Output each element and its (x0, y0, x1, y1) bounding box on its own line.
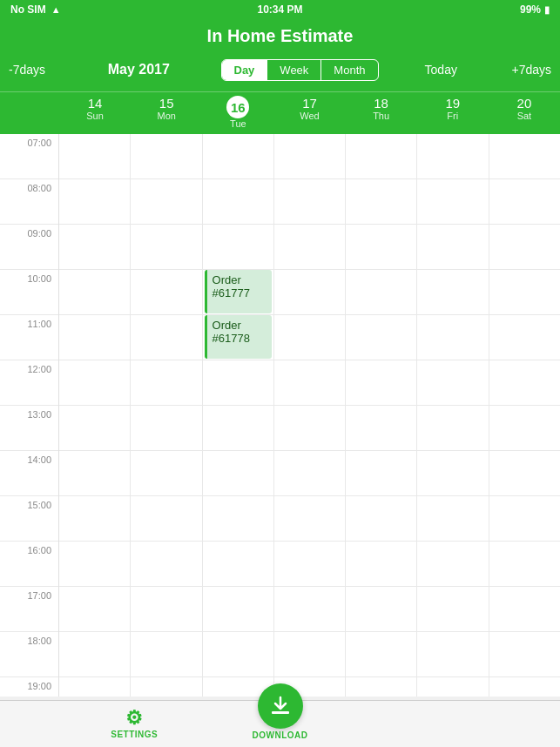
time-label-1400: 14:00 (0, 451, 58, 496)
event-block-1[interactable]: Order #61778 (205, 315, 272, 359)
hour-row (346, 451, 416, 496)
settings-button[interactable]: ⚙ SETTINGS (111, 709, 158, 739)
hour-row (274, 179, 345, 225)
day-header-fri: 19 Fri (417, 92, 489, 131)
hour-row (131, 496, 201, 542)
hour-row (417, 179, 488, 225)
hour-row (59, 677, 130, 697)
prev-7days-button[interactable]: -7days (9, 63, 57, 77)
hour-row (274, 451, 345, 496)
hour-row (59, 179, 130, 225)
hour-row (274, 496, 345, 542)
hour-row (417, 315, 488, 360)
hour-row (59, 587, 130, 632)
time-label-0800: 08:00 (0, 179, 58, 225)
hour-row (489, 179, 560, 225)
hour-row (346, 677, 416, 697)
hour-row (131, 451, 201, 496)
hour-row (346, 179, 416, 225)
hour-row (417, 587, 488, 632)
hour-row (131, 270, 201, 315)
hour-row (59, 632, 130, 677)
hour-row (417, 406, 488, 451)
time-label-1100: 11:00 (0, 315, 58, 360)
hour-row (346, 225, 416, 270)
hour-row (203, 179, 273, 225)
hour-row (131, 225, 201, 270)
day-col-thu (346, 134, 417, 697)
hour-row (131, 587, 201, 632)
hour-row (59, 451, 130, 496)
hour-row (274, 270, 345, 315)
day-col-mon (131, 134, 202, 697)
seg-week-button[interactable]: Week (267, 60, 321, 80)
battery-text: 99% (520, 3, 541, 16)
seg-month-button[interactable]: Month (321, 60, 377, 80)
time-label-1800: 18:00 (0, 632, 58, 677)
hour-row (417, 542, 488, 587)
hour-row (59, 542, 130, 587)
hour-row (59, 496, 130, 542)
status-bar: No SIM ▲ 10:34 PM 99% ▮ (0, 0, 560, 19)
seg-day-button[interactable]: Day (222, 60, 268, 80)
hour-row (417, 134, 488, 179)
hour-row (203, 134, 273, 179)
hour-row (346, 406, 416, 451)
today-button[interactable]: Today (417, 63, 465, 77)
hour-row (131, 406, 201, 451)
hour-row (274, 315, 345, 360)
hour-row (131, 542, 201, 587)
hour-row (274, 632, 345, 677)
hour-row (59, 360, 130, 406)
hour-row (346, 587, 416, 632)
hour-row (346, 315, 416, 360)
hour-row (489, 587, 560, 632)
status-left: No SIM ▲ (10, 3, 61, 16)
hour-row (131, 632, 201, 677)
bottom-toolbar: ⚙ SETTINGS DOWNLOAD (0, 700, 560, 747)
hour-row (274, 360, 345, 406)
hour-row (59, 406, 130, 451)
hour-row (346, 496, 416, 542)
time-label-1700: 17:00 (0, 587, 58, 632)
battery-icon: ▮ (544, 4, 550, 16)
day-col-sun (59, 134, 131, 697)
settings-label: SETTINGS (111, 730, 158, 739)
hour-row (203, 406, 273, 451)
hour-row (489, 225, 560, 270)
day-header-mon: 15 Mon (131, 92, 202, 131)
day-col-tue[interactable]: Order #61777Order #61778 (203, 134, 274, 697)
hour-row (59, 315, 130, 360)
hour-row (489, 134, 560, 179)
hour-row (274, 225, 345, 270)
download-button[interactable]: DOWNLOAD (253, 683, 308, 740)
hour-row (489, 677, 560, 697)
hour-row (346, 632, 416, 677)
wifi-icon: ▲ (51, 4, 61, 15)
hour-row (489, 496, 560, 542)
view-segmented-control: Day Week Month (221, 59, 379, 81)
days-columns: Order #61777Order #61778 (59, 134, 560, 697)
time-column: 07:0008:0009:0010:0011:0012:0013:0014:00… (0, 134, 59, 697)
hour-row (346, 360, 416, 406)
hour-row (203, 542, 273, 587)
hour-row (417, 451, 488, 496)
day-header-sun: 14 Sun (59, 92, 131, 131)
next-7days-button[interactable]: +7days (503, 63, 551, 77)
hour-row (417, 632, 488, 677)
svg-rect-0 (272, 711, 289, 714)
time-spacer (0, 92, 59, 131)
time-label-1200: 12:00 (0, 360, 58, 406)
hour-row (131, 677, 201, 697)
time-label-1600: 16:00 (0, 542, 58, 587)
hour-row (131, 360, 201, 406)
day-col-wed (274, 134, 346, 697)
hour-row (489, 315, 560, 360)
hour-row (274, 406, 345, 451)
hour-row (203, 496, 273, 542)
download-label: DOWNLOAD (253, 730, 308, 740)
hour-row (346, 270, 416, 315)
event-block-0[interactable]: Order #61777 (205, 270, 272, 313)
hour-row (274, 134, 345, 179)
app-header: In Home Estimate (0, 19, 560, 55)
